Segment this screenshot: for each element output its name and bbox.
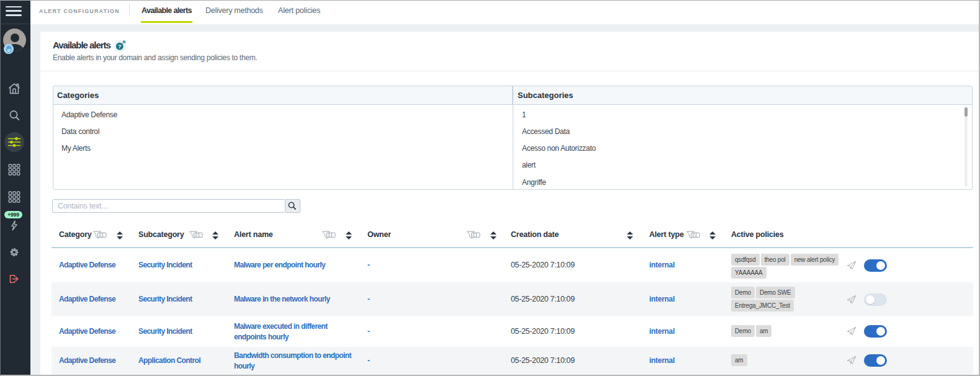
svg-text:?: ? <box>118 43 122 50</box>
